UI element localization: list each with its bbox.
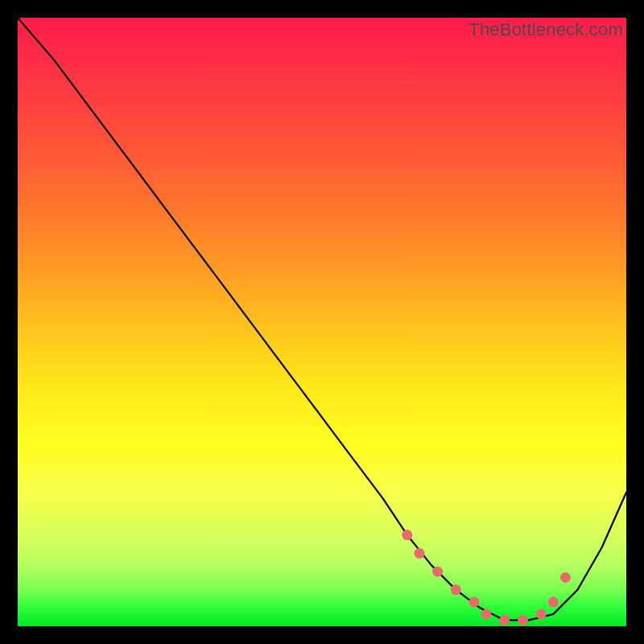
optimal-zone-dot (415, 548, 425, 559)
optimal-zone-dot (469, 597, 480, 607)
bottleneck-curve-line (18, 18, 626, 620)
optimal-zone-dot (536, 609, 547, 619)
optimal-zone-dot (481, 609, 492, 619)
chart-container: TheBottleneck.com (0, 0, 644, 644)
chart-svg (18, 18, 626, 626)
optimal-zone-dot (451, 584, 461, 595)
plot-area: TheBottleneck.com (18, 18, 626, 626)
optimal-zone-dot (499, 615, 510, 625)
optimal-zone-dot (432, 567, 443, 577)
optimal-zone-dot (518, 615, 528, 625)
optimal-zone-dot (402, 530, 412, 540)
optimal-zone-dots (402, 530, 571, 625)
optimal-zone-dot (548, 597, 559, 607)
optimal-zone-dot (560, 572, 571, 583)
